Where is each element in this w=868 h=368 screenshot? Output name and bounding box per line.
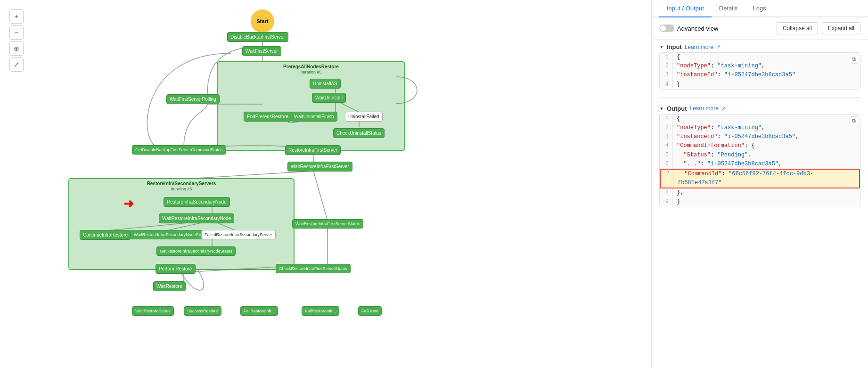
- output-copy-button[interactable]: ⧉: [850, 116, 858, 125]
- start-node[interactable]: Start: [251, 9, 274, 33]
- get-restore-secondary-status-node[interactable]: GetRestoreInfraSecondaryNodeStatus: [156, 246, 236, 256]
- bottom-node-4[interactable]: FailRestoreInfr...: [302, 306, 339, 316]
- prereqs-group-title: PrereqsAllNodesRestore: [283, 64, 339, 69]
- fit-button[interactable]: ⤢: [9, 57, 24, 72]
- output-line-1: 1 {: [660, 114, 860, 123]
- wait-first-server-polling-node[interactable]: WaitFirstServerPolling: [166, 94, 220, 104]
- input-header: ▼ Input Learn more ↗: [659, 43, 860, 50]
- bottom-node-2[interactable]: SuccessRestore: [184, 306, 221, 316]
- zoom-controls: + − ⊕ ⤢: [9, 9, 24, 72]
- svg-line-11: [198, 171, 313, 178]
- bottom-node-5[interactable]: FailDone: [358, 306, 382, 316]
- output-header: ▼ Output Learn more ↗: [659, 105, 860, 112]
- advanced-view-toggle[interactable]: Advanced view: [659, 25, 718, 32]
- input-learn-more-icon: ↗: [716, 44, 721, 50]
- output-line-4: 4 "CommandInformation": {: [660, 141, 860, 150]
- input-line-1: 1 {: [660, 53, 860, 62]
- bottom-node-1[interactable]: WaitRestoreStatus: [132, 306, 174, 316]
- wait-restore-first-server-status-node[interactable]: WaitRestoreInfraFirstServerStatus: [292, 219, 363, 229]
- output-learn-more-icon: ↗: [721, 106, 726, 112]
- center-button[interactable]: ⊕: [9, 41, 24, 56]
- output-line-9: 9 }: [660, 197, 860, 206]
- panel-tabs: Input / Output Details Logs: [652, 0, 868, 17]
- output-line-3: 3 "instanceId": "i-05247dbe3b8cad3a5",: [660, 132, 860, 141]
- zoom-out-button[interactable]: −: [9, 25, 24, 40]
- restore-secondary-group: RestoreInfraSecondaryServers Iteration #…: [68, 178, 295, 270]
- restore-infra-first-server-node[interactable]: RestoreInfraFirstServer: [285, 145, 341, 155]
- output-learn-more-link[interactable]: Learn more: [690, 105, 719, 112]
- prereqs-group: PrereqsAllNodesRestore Iteration #5 Unin…: [217, 61, 405, 151]
- tab-input-output[interactable]: Input / Output: [659, 0, 712, 17]
- output-line-6: 6 "...": "i-05247dbe3b8cad3a5",: [660, 160, 860, 169]
- wait-restore-node[interactable]: WaitRestore: [153, 281, 186, 291]
- uninstall-as-node[interactable]: UninstallAS: [310, 79, 341, 89]
- right-panel: Input / Output Details Logs Advanced vie…: [651, 0, 868, 368]
- toggle-switch[interactable]: [659, 25, 674, 32]
- tab-logs[interactable]: Logs: [745, 0, 774, 17]
- expand-all-button[interactable]: Expand all: [822, 22, 860, 34]
- output-line-5: 5 "Status": "Pending",: [660, 151, 860, 160]
- input-label: Input: [667, 43, 682, 50]
- svg-line-12: [313, 171, 328, 221]
- collapse-all-button[interactable]: Collapse all: [777, 22, 818, 34]
- perform-restore-node[interactable]: PerformRestore: [156, 264, 196, 274]
- wait-restore-infra-secondary-node[interactable]: WaitRestoreInfraSecondaryNode: [159, 213, 234, 223]
- input-line-3: 3 "instanceId": "i-05247dbe3b8cad3a5": [660, 71, 860, 80]
- check-restore-infra-first-server-node[interactable]: CheckRestoreInfraFirstServerStatus: [276, 264, 351, 273]
- check-uninstall-status-node[interactable]: CheckUninstallStatus: [333, 128, 385, 138]
- end-prereqs-node[interactable]: EndPrereqsRestore: [244, 112, 292, 122]
- panel-controls: Advanced view Collapse all Expand all: [652, 17, 868, 40]
- input-learn-more-link[interactable]: Learn more: [685, 44, 713, 50]
- restore-secondary-group-title: RestoreInfraSecondaryServers: [147, 181, 216, 186]
- failed-restore-secondary-node[interactable]: FailedRestoreInfraSecondaryServer: [201, 230, 276, 239]
- graph-canvas: + − ⊕ ⤢: [0, 0, 651, 368]
- zoom-in-button[interactable]: +: [9, 9, 24, 24]
- collapse-expand-buttons: Collapse all Expand all: [777, 22, 860, 34]
- advanced-view-label: Advanced view: [677, 25, 718, 32]
- restore-infra-secondary-node[interactable]: RestoreInfraSecondaryNode: [164, 197, 230, 207]
- wait-first-server-node[interactable]: WaitFirstServer: [242, 46, 281, 56]
- output-line-2: 2 "nodeType": "task-mining",: [660, 123, 860, 132]
- output-section: ▼ Output Learn more ↗ ⧉ 1 { 2 "nodeType"…: [659, 105, 860, 207]
- disable-backup-node[interactable]: DisableBackupFirstServer: [227, 32, 288, 42]
- section-divider: [659, 97, 860, 98]
- input-copy-button[interactable]: ⧉: [850, 55, 858, 64]
- continue-infra-restore-node[interactable]: ContinueInfraRestore: [80, 230, 131, 240]
- input-line-2: 2 "nodeType": "task-mining",: [660, 62, 860, 71]
- input-section: ▼ Input Learn more ↗ ⧉ 1 { 2 "nodeType":…: [659, 43, 860, 90]
- output-line-7: 7 "CommandId": "66c56f82-76f4-4fcc-9db3-…: [660, 169, 860, 188]
- input-line-4: 4 }: [660, 80, 860, 89]
- get-disable-backup-node[interactable]: GetDisableBackupFirstServerCommandStatus: [132, 145, 226, 155]
- output-line-8: 8 },: [660, 188, 860, 197]
- tab-details[interactable]: Details: [712, 0, 745, 17]
- input-collapse-arrow[interactable]: ▼: [659, 44, 664, 49]
- prereqs-group-subtitle: Iteration #5: [300, 70, 321, 74]
- output-code-block: ⧉ 1 { 2 "nodeType": "task-mining", 3 "in…: [659, 114, 860, 207]
- current-node-indicator: ➜: [123, 196, 134, 211]
- bottom-node-3[interactable]: FailRestoreInfr...: [240, 306, 278, 316]
- wait-uninstall-node[interactable]: WaitUninstall: [312, 93, 346, 103]
- output-collapse-arrow[interactable]: ▼: [659, 106, 664, 111]
- input-code-block: ⧉ 1 { 2 "nodeType": "task-mining", 3 "in…: [659, 52, 860, 90]
- output-label: Output: [667, 105, 687, 112]
- wait-uninstall-finish-node[interactable]: WaitUninstallFinish: [291, 112, 337, 122]
- uninstall-failed-node[interactable]: UninstallFailed: [345, 112, 383, 122]
- wait-restore-secondary-status-node[interactable]: WaitRestoreInfraSecondaryNodeStatus: [131, 230, 211, 239]
- wait-restore-infra-first-server-node[interactable]: WaitRestoreInfraFirstServer: [287, 162, 352, 172]
- restore-secondary-group-subtitle: Iteration #5: [171, 187, 192, 191]
